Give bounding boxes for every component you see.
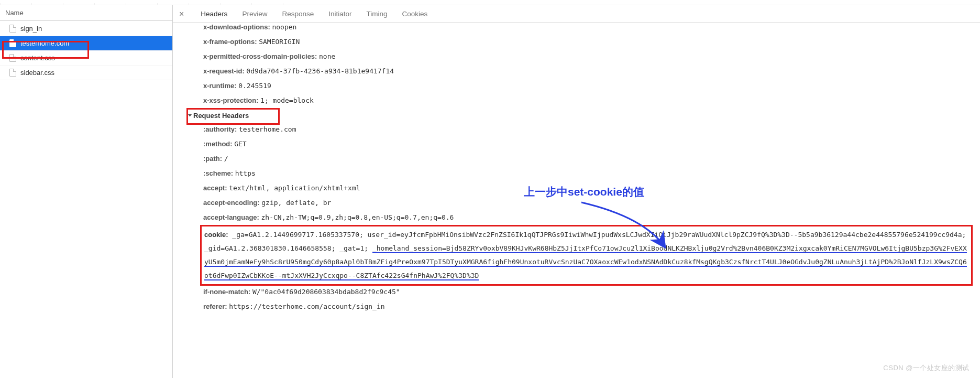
header-key: accept: [203, 184, 229, 192]
document-icon [9, 39, 16, 47]
tab-response[interactable]: Response [282, 10, 314, 18]
watermark: CSDN @一个处女座的测试 [883, 363, 970, 373]
header-line: :scheme: https [203, 166, 975, 181]
disclosure-triangle-icon [188, 114, 192, 117]
header-value: text/html, application/xhtml+xml [229, 184, 360, 192]
header-value: W/"0ac04f69d208603834bdab8d2f9c9c45" [252, 288, 400, 296]
header-line: x-xss-protection: 1; mode=block [203, 93, 975, 108]
header-line: x-permitted-cross-domain-policies: none [203, 49, 975, 64]
header-line: referer: https://testerhome.com/account/… [203, 299, 975, 314]
tab-timing[interactable]: Timing [366, 10, 387, 18]
header-key: :scheme: [203, 169, 235, 177]
tab-initiator[interactable]: Initiator [328, 10, 351, 18]
header-key: referer: [203, 303, 229, 310]
section-request-headers[interactable]: Request Headers [189, 109, 249, 122]
section-label: Request Headers [193, 112, 249, 120]
header-value: SAMEORIGIN [259, 38, 300, 46]
header-key: x-permitted-cross-domain-policies: [203, 52, 319, 60]
header-line: :method: GET [203, 137, 975, 152]
header-value: noopen [272, 23, 296, 31]
header-line: x-runtime: 0.245519 [203, 79, 975, 93]
header-key: x-runtime: [203, 82, 238, 90]
header-value: https [235, 169, 256, 177]
header-key: if-none-match: [203, 288, 252, 296]
header-line: :authority: testerhome.com [203, 122, 975, 137]
tab-bar: × Headers Preview Response Initiator Tim… [173, 5, 980, 23]
request-item-label: sign_in [20, 25, 42, 33]
header-value: https://testerhome.com/account/sign_in [229, 303, 384, 310]
header-value: GET [234, 140, 246, 148]
tab-headers[interactable]: Headers [201, 10, 227, 18]
annotation-text: 上一步中set-cookie的值 [524, 185, 644, 199]
close-icon[interactable]: × [179, 9, 186, 19]
header-line: :path: / [203, 152, 975, 166]
header-key: :authority: [203, 125, 239, 133]
document-icon [9, 25, 16, 33]
request-item[interactable]: sign_in [0, 21, 172, 36]
headers-panel[interactable]: x-download-options: noopenx-frame-option… [173, 23, 980, 378]
request-item-label: testerhome.com [20, 39, 69, 47]
header-value: gzip, deflate, br [261, 199, 331, 207]
header-value: 0.245519 [238, 82, 271, 90]
document-icon [9, 69, 16, 77]
header-key: accept-encoding: [203, 199, 261, 207]
request-item-label: content.css [20, 54, 55, 62]
header-value: none [319, 52, 335, 60]
header-line: accept-language: zh-CN,zh-TW;q=0.9,zh;q=… [203, 210, 975, 225]
header-key: x-xss-protection: [203, 96, 260, 104]
header-value: 1; mode=block [260, 96, 314, 104]
header-cookie: cookie: _ga=GA1.2.1449699717.1605337570;… [201, 226, 972, 285]
tab-preview[interactable]: Preview [242, 10, 267, 18]
tab-cookies[interactable]: Cookies [402, 10, 427, 18]
header-key: :method: [203, 140, 234, 148]
header-line: if-none-match: W/"0ac04f69d208603834bdab… [203, 285, 975, 299]
header-value: / [224, 155, 228, 163]
header-key: x-frame-options: [203, 38, 259, 46]
header-line: x-request-id: 0d9da704-37fb-4236-a934-81… [203, 64, 975, 79]
document-icon [9, 54, 16, 62]
column-header-name[interactable]: Name [0, 5, 172, 21]
header-value: zh-CN,zh-TW;q=0.9,zh;q=0.8,en-US;q=0.7,e… [261, 213, 454, 221]
header-key: accept-language: [203, 213, 261, 221]
request-item-label: sidebar.css [20, 69, 54, 77]
network-request-list: Name sign_intesterhome.comcontent.csssid… [0, 5, 173, 378]
header-key: cookie: [204, 231, 228, 239]
header-line: x-download-options: noopen [203, 23, 975, 35]
header-key: x-download-options: [203, 23, 272, 31]
request-item[interactable]: sidebar.css [0, 66, 172, 80]
header-value: 0d9da704-37fb-4236-a934-81b1e9417f14 [246, 67, 394, 75]
request-item[interactable]: testerhome.com [0, 36, 172, 51]
request-item[interactable]: content.css [0, 51, 172, 66]
header-line: x-frame-options: SAMEORIGIN [203, 35, 975, 49]
header-key: :path: [203, 155, 224, 163]
header-value: testerhome.com [239, 125, 296, 133]
header-key: x-request-id: [203, 67, 246, 75]
grid-ticks [0, 0, 980, 5]
